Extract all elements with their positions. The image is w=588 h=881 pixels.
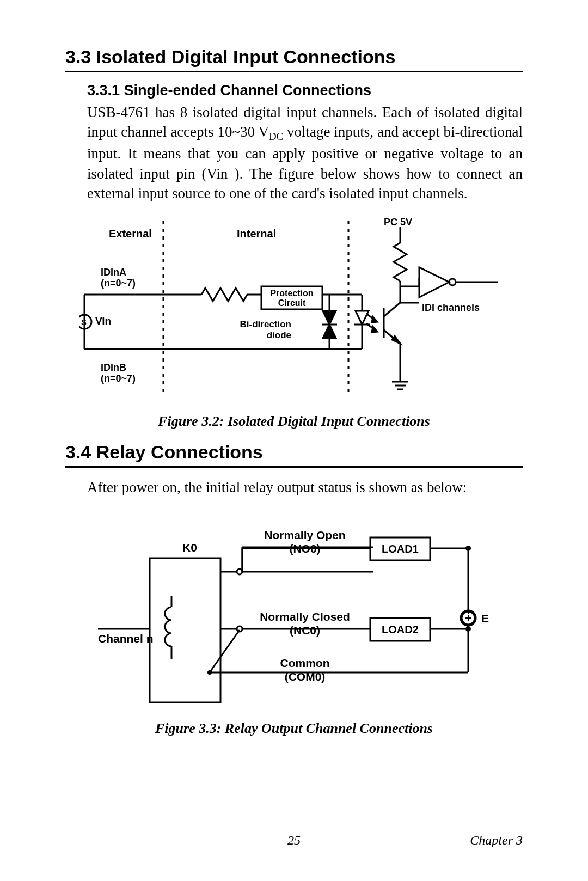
svg-text:(n=0~7): (n=0~7): [101, 373, 136, 384]
svg-text:Bi-direction: Bi-direction: [240, 319, 291, 329]
svg-line-28: [384, 303, 400, 316]
svg-rect-57: [150, 558, 220, 702]
svg-text:(NC0): (NC0): [290, 624, 320, 637]
svg-point-80: [465, 626, 471, 632]
figure-3-2-diagram: External Internal PC 5V IDInA (n=0~7) Vi…: [79, 216, 509, 403]
svg-marker-24: [372, 317, 377, 322]
svg-marker-19: [356, 311, 369, 325]
svg-text:IDInA: IDInA: [101, 267, 126, 278]
section-3-4-paragraph: After power on, the initial relay output…: [65, 478, 523, 497]
svg-text:PC 5V: PC 5V: [384, 217, 412, 228]
page-number: 25: [287, 833, 301, 848]
section-3-3-1-heading: 3.3.1 Single-ended Channel Connections: [65, 82, 523, 99]
svg-text:Circuit: Circuit: [278, 298, 306, 308]
svg-marker-11: [323, 311, 336, 325]
svg-line-62: [210, 630, 240, 672]
svg-text:(COM0): (COM0): [285, 670, 326, 683]
svg-text:S: S: [81, 317, 87, 327]
svg-text:Common: Common: [280, 657, 330, 669]
figure-3-3-diagram: Normally Open (NO0) LOAD1 K0 Channel n N…: [87, 509, 501, 711]
svg-text:Internal: Internal: [237, 228, 276, 240]
chapter-label: Chapter 3: [470, 833, 523, 848]
svg-text:IDInB: IDInB: [101, 362, 126, 373]
svg-text:(n=0~7): (n=0~7): [101, 278, 136, 289]
svg-text:(NO0): (NO0): [289, 542, 320, 555]
svg-marker-12: [323, 325, 336, 338]
svg-point-64: [207, 670, 212, 675]
section-3-3-heading: 3.3 Isolated Digital Input Connections: [65, 46, 523, 72]
svg-text:E: E: [481, 612, 489, 625]
figure-3-2-caption: Figure 3.2: Isolated Digital Input Conne…: [65, 413, 523, 430]
svg-text:Protection: Protection: [270, 289, 313, 298]
svg-text:Vin: Vin: [95, 315, 111, 327]
svg-text:External: External: [109, 228, 152, 240]
section-3-3-1-paragraph: USB-4761 has 8 isolated digital input ch…: [65, 102, 523, 204]
svg-marker-26: [372, 327, 377, 332]
svg-marker-30: [392, 336, 400, 344]
svg-text:diode: diode: [267, 330, 291, 340]
svg-text:IDI channels: IDI channels: [422, 302, 480, 313]
svg-text:LOAD1: LOAD1: [382, 543, 419, 555]
svg-text:K0: K0: [182, 541, 197, 554]
section-3-4-heading: 3.4 Relay Connections: [65, 442, 523, 468]
svg-text:LOAD2: LOAD2: [382, 623, 419, 635]
svg-text:Normally Open: Normally Open: [264, 529, 345, 541]
svg-text:Channel n: Channel n: [98, 632, 154, 645]
figure-3-3-caption: Figure 3.3: Relay Output Channel Connect…: [65, 720, 523, 737]
svg-text:Normally Closed: Normally Closed: [260, 610, 350, 623]
svg-marker-36: [419, 267, 449, 297]
